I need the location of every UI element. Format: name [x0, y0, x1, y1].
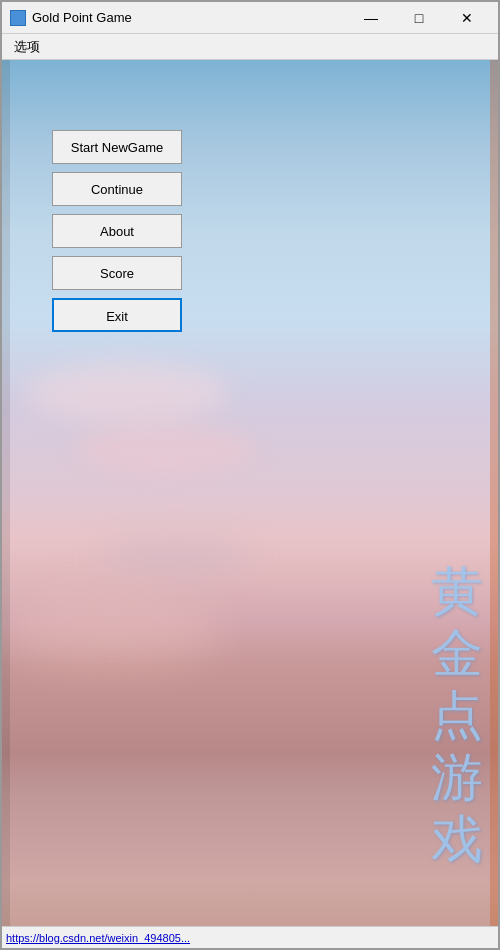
menu-bar: 选项 [2, 34, 498, 60]
title-bar-controls: — □ ✕ [348, 4, 490, 32]
side-artifact-left [2, 60, 10, 926]
minimize-button[interactable]: — [348, 4, 394, 32]
cloud-2 [76, 424, 256, 474]
chinese-char-1: 金 [431, 628, 483, 680]
buttons-panel: Start NewGame Continue About Score Exit [52, 130, 182, 332]
chinese-char-4: 戏 [431, 814, 483, 866]
chinese-char-3: 游 [431, 752, 483, 804]
exit-button[interactable]: Exit [52, 298, 182, 332]
game-area: Start NewGame Continue About Score Exit … [2, 60, 498, 926]
game-icon [10, 10, 26, 26]
score-button[interactable]: Score [52, 256, 182, 290]
window-frame: Gold Point Game — □ ✕ 选项 Start NewGame C… [0, 0, 500, 950]
cloud-1 [27, 363, 227, 423]
cloud-4 [2, 597, 222, 667]
chinese-char-2: 点 [431, 690, 483, 742]
close-button[interactable]: ✕ [444, 4, 490, 32]
chinese-title-text: 黄 金 点 游 戏 [431, 566, 483, 866]
window-title: Gold Point Game [32, 10, 348, 25]
about-button[interactable]: About [52, 214, 182, 248]
continue-button[interactable]: Continue [52, 172, 182, 206]
side-artifact-right [490, 60, 498, 926]
status-bar: https://blog.csdn.net/weixin_494805... [2, 926, 498, 948]
start-newgame-button[interactable]: Start NewGame [52, 130, 182, 164]
chinese-char-0: 黄 [431, 566, 483, 618]
title-bar: Gold Point Game — □ ✕ [2, 2, 498, 34]
maximize-button[interactable]: □ [396, 4, 442, 32]
options-menu[interactable]: 选项 [6, 36, 48, 58]
status-url: https://blog.csdn.net/weixin_494805... [6, 932, 190, 944]
